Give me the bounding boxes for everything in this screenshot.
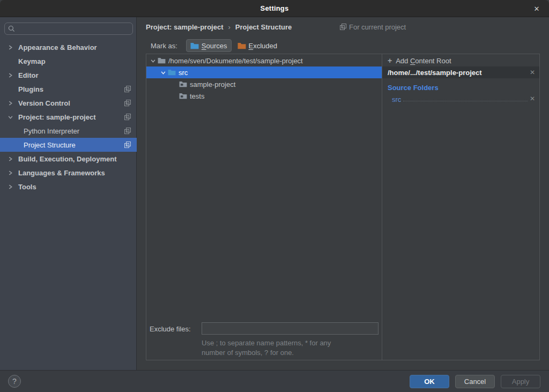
mark-as-label: Mark as: (151, 42, 177, 50)
per-project-icon (124, 114, 131, 122)
project-structure-panel: /home/sven/Dokumente/test/sample-project… (146, 54, 540, 360)
sidebar-item-label: Languages & Frameworks (18, 169, 105, 177)
sidebar-item-version-control[interactable]: Version Control (0, 96, 137, 110)
content-root-path: /home/.../test/sample-project (388, 69, 482, 77)
apply-button[interactable]: Apply (501, 375, 540, 388)
add-content-root-button[interactable]: + Add Content Root (382, 55, 539, 66)
tree-row-label: src (179, 69, 188, 77)
mark-excluded-button[interactable]: Excluded (234, 39, 281, 52)
settings-sidebar: Appearance & Behavior Keymap Editor Plug… (0, 17, 137, 370)
settings-window: Settings ✕ Appearance & Behavior Keymap … (0, 0, 549, 392)
plus-icon: + (388, 56, 392, 65)
dialog-footer: ? OK Cancel Apply (0, 370, 549, 392)
tree-row-src[interactable]: src (146, 66, 382, 78)
breadcrumb: Project: sample-project › Project Struct… (146, 21, 292, 32)
sidebar-item-label: Keymap (18, 57, 46, 65)
sidebar-item-tools[interactable]: Tools (0, 180, 137, 194)
sidebar-item-label: Project Structure (24, 141, 76, 149)
sidebar-item-build-execution-deployment[interactable]: Build, Execution, Deployment (0, 152, 137, 166)
folder-icon (179, 93, 187, 99)
mark-as-toolbar: Mark as: Sources Excluded (151, 39, 281, 53)
sidebar-item-label: Build, Execution, Deployment (18, 155, 116, 163)
chevron-right-icon (8, 72, 13, 78)
sidebar-item-label: Version Control (18, 99, 70, 107)
window-title: Settings (261, 4, 289, 12)
cancel-button[interactable]: Cancel (455, 375, 495, 388)
chevron-right-icon (8, 45, 13, 50)
sidebar-item-languages-frameworks[interactable]: Languages & Frameworks (0, 166, 137, 180)
scope-note: For current project (340, 21, 406, 32)
exclude-files-label: Exclude files: (150, 325, 191, 333)
tree-row-sample-project[interactable]: sample-project (146, 78, 382, 90)
folder-icon (179, 81, 187, 87)
dotted-leader (403, 101, 528, 101)
chevron-down-icon[interactable] (161, 70, 166, 75)
breadcrumb-separator: › (228, 23, 231, 31)
mark-sources-button[interactable]: Sources (186, 39, 232, 52)
excluded-folder-icon (238, 42, 246, 49)
tree-row-tests[interactable]: tests (146, 90, 382, 102)
ok-button[interactable]: OK (410, 375, 449, 388)
sidebar-item-editor[interactable]: Editor (0, 68, 137, 82)
source-folders-title: Source Folders (388, 84, 539, 92)
exclude-hint-line1: Use ; to separate name patterns, * for a… (202, 339, 331, 347)
source-folder-icon (190, 42, 199, 49)
per-project-icon (124, 128, 131, 136)
sidebar-item-label: Python Interpreter (24, 127, 79, 135)
chevron-right-icon (8, 184, 13, 189)
content-root-row[interactable]: /home/.../test/sample-project ✕ (382, 66, 539, 78)
tree-row-label: tests (190, 92, 204, 100)
per-project-icon (340, 24, 346, 30)
sidebar-item-appearance-behavior[interactable]: Appearance & Behavior (0, 40, 137, 54)
sidebar-item-label: Tools (18, 183, 36, 191)
remove-content-root-icon[interactable]: ✕ (530, 69, 535, 76)
sidebar-item-keymap[interactable]: Keymap (0, 54, 137, 68)
breadcrumb-page: Project Structure (235, 23, 292, 31)
per-project-icon (124, 142, 131, 150)
content-roots-pane: + Add Content Root /home/.../test/sample… (382, 54, 539, 360)
sidebar-item-plugins[interactable]: Plugins (0, 82, 137, 96)
sidebar-item-label: Plugins (18, 85, 43, 93)
source-folder-row[interactable]: src ✕ (392, 93, 535, 103)
close-icon[interactable]: ✕ (530, 0, 544, 17)
titlebar: Settings ✕ (0, 0, 549, 17)
sidebar-item-label: Editor (18, 71, 39, 79)
sidebar-item-project-sample-project[interactable]: Project: sample-project (0, 110, 137, 124)
source-folder-icon (168, 69, 176, 76)
settings-search-field[interactable] (4, 23, 133, 35)
sidebar-item-python-interpreter[interactable]: Python Interpreter (0, 124, 137, 138)
scope-note-label: For current project (349, 23, 406, 31)
tree-row-label: sample-project (190, 80, 235, 88)
search-icon (8, 25, 15, 32)
help-button[interactable]: ? (8, 375, 21, 388)
sidebar-item-label: Appearance & Behavior (18, 43, 97, 51)
breadcrumb-project[interactable]: Project: sample-project (146, 23, 224, 31)
exclude-hint-line2: number of symbols, ? for one. (202, 349, 294, 357)
settings-nav: Appearance & Behavior Keymap Editor Plug… (0, 40, 137, 194)
search-input[interactable] (18, 25, 129, 33)
sidebar-item-label: Project: sample-project (18, 113, 96, 121)
chevron-right-icon (8, 156, 13, 161)
folder-icon (158, 57, 166, 64)
remove-source-folder-icon[interactable]: ✕ (530, 95, 535, 102)
per-project-icon (124, 86, 131, 94)
content-tree: /home/sven/Dokumente/test/sample-project… (146, 54, 382, 360)
exclude-files-input[interactable] (202, 322, 379, 335)
chevron-down-icon (8, 114, 13, 120)
sidebar-item-project-structure[interactable]: Project Structure (0, 138, 137, 152)
chevron-right-icon (8, 100, 13, 106)
tree-row-label: /home/sven/Dokumente/test/sample-project (168, 57, 303, 65)
chevron-down-icon[interactable] (151, 58, 156, 63)
tree-row-content-root[interactable]: /home/sven/Dokumente/test/sample-project (146, 55, 382, 66)
per-project-icon (124, 100, 131, 108)
chevron-right-icon (8, 170, 13, 175)
question-icon: ? (12, 377, 17, 386)
source-folder-name[interactable]: src (392, 95, 401, 103)
